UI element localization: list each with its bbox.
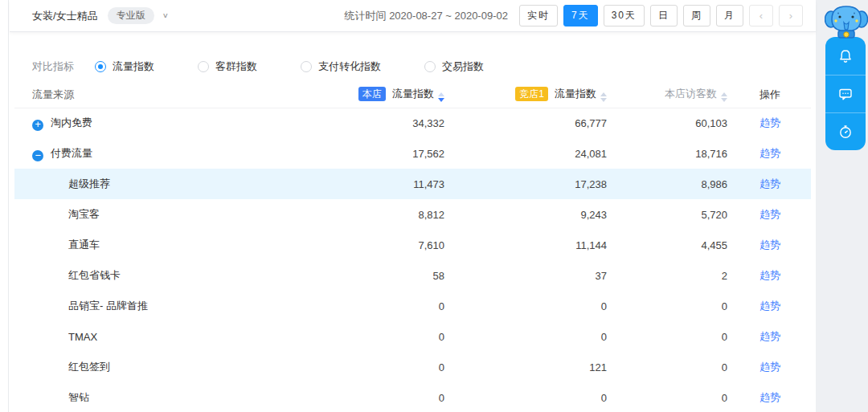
trend-link[interactable]: 趋势 bbox=[760, 269, 780, 281]
prev-period-button[interactable]: ‹ bbox=[749, 5, 773, 27]
message-icon bbox=[837, 86, 854, 102]
trend-link[interactable]: 趋势 bbox=[760, 208, 780, 220]
metric-radio-option[interactable]: 支付转化指数 bbox=[301, 59, 381, 74]
left-page-gutter bbox=[0, 0, 9, 412]
elephant-mascot[interactable] bbox=[825, 2, 868, 39]
time-range-button[interactable]: 实时 bbox=[519, 5, 558, 27]
metric-radio-option[interactable]: 交易指数 bbox=[424, 59, 484, 74]
trend-link[interactable]: 趋势 bbox=[760, 116, 780, 128]
column-header-visitors[interactable]: 本店访客数 bbox=[616, 87, 737, 108]
expand-icon[interactable]: + bbox=[32, 120, 43, 131]
visitors-value: 60,103 bbox=[616, 108, 737, 138]
visitors-label: 本店访客数 bbox=[665, 88, 717, 100]
notification-bell-button[interactable] bbox=[825, 37, 866, 75]
competitor-index-value: 9,243 bbox=[456, 199, 616, 230]
timer-icon bbox=[837, 124, 854, 140]
source-label: 红包签到 bbox=[68, 361, 110, 373]
topbar: 女装/女士精品 专业版 ∨ 统计时间 2020-08-27 ~ 2020-09-… bbox=[10, 0, 816, 32]
sort-icon-own[interactable] bbox=[438, 92, 444, 102]
visitors-value: 0 bbox=[616, 352, 737, 382]
message-button[interactable] bbox=[825, 75, 866, 112]
timer-button[interactable] bbox=[825, 112, 866, 150]
own-index-value: 34,332 bbox=[319, 108, 456, 138]
table-row: 超级推荐11,47317,2388,986趋势 bbox=[14, 169, 811, 199]
chevron-down-icon[interactable]: ∨ bbox=[162, 11, 169, 19]
metric-radio-option[interactable]: 流量指数 bbox=[95, 59, 154, 74]
time-range-button[interactable]: 月 bbox=[716, 5, 743, 27]
table-row: 红包省钱卡58372趋势 bbox=[14, 260, 811, 291]
version-badge: 专业版 bbox=[108, 7, 154, 24]
column-header-competitor-index[interactable]: 竞店1流量指数 bbox=[456, 87, 616, 108]
competitor-badge: 竞店1 bbox=[515, 87, 548, 101]
visitors-value: 8,986 bbox=[616, 169, 737, 199]
next-period-button[interactable]: › bbox=[779, 5, 803, 27]
visitors-value: 18,716 bbox=[616, 138, 737, 169]
radio-option-label: 支付转化指数 bbox=[318, 59, 381, 74]
main-card: 对比指标 流量指数客群指数支付转化指数交易指数 流量来源 本店流量指数 竞店1流… bbox=[10, 33, 816, 412]
collapse-icon[interactable]: − bbox=[32, 150, 43, 161]
competitor-index-value: 0 bbox=[456, 291, 616, 321]
traffic-source-table: 流量来源 本店流量指数 竞店1流量指数 本店访客数 操作 +淘内免费34,332… bbox=[14, 87, 811, 412]
radio-icon[interactable] bbox=[301, 61, 312, 72]
trend-link[interactable]: 趋势 bbox=[760, 300, 780, 312]
competitor-index-value: 0 bbox=[456, 321, 616, 352]
trend-link[interactable]: 趋势 bbox=[760, 147, 780, 159]
competitor-index-value: 0 bbox=[456, 382, 616, 412]
competitor-index-value: 24,081 bbox=[456, 138, 616, 169]
table-row: +淘内免费34,33266,77760,103趋势 bbox=[14, 108, 811, 138]
radio-icon[interactable] bbox=[95, 61, 106, 72]
column-header-action: 操作 bbox=[737, 87, 811, 108]
trend-link[interactable]: 趋势 bbox=[760, 177, 780, 190]
competitor-index-label: 流量指数 bbox=[555, 88, 596, 100]
time-range-button[interactable]: 7天 bbox=[563, 5, 598, 27]
bell-icon bbox=[837, 48, 854, 64]
table-header-row: 流量来源 本店流量指数 竞店1流量指数 本店访客数 操作 bbox=[14, 87, 811, 108]
table-row: 品销宝- 品牌首推000趋势 bbox=[14, 291, 811, 321]
visitors-value: 0 bbox=[616, 321, 737, 352]
table-row: 红包签到01210趋势 bbox=[14, 352, 811, 382]
competitor-index-value: 17,238 bbox=[456, 169, 616, 199]
radio-icon[interactable] bbox=[198, 61, 209, 72]
visitors-value: 0 bbox=[616, 291, 737, 321]
own-index-value: 17,562 bbox=[319, 138, 456, 169]
time-range-button-group: 实时7天30天日周月‹› bbox=[519, 5, 803, 27]
time-range-button[interactable]: 周 bbox=[683, 5, 710, 27]
source-label: 淘宝客 bbox=[68, 208, 100, 220]
visitors-value: 5,720 bbox=[616, 199, 737, 230]
own-index-label: 流量指数 bbox=[392, 88, 434, 100]
own-index-value: 0 bbox=[319, 321, 456, 352]
metric-radio-option[interactable]: 客群指数 bbox=[198, 59, 257, 74]
visitors-value: 0 bbox=[616, 382, 737, 412]
source-label: 智钻 bbox=[68, 391, 89, 403]
table-row: TMAX000趋势 bbox=[14, 321, 811, 352]
trend-link[interactable]: 趋势 bbox=[760, 391, 780, 403]
floating-widget-column bbox=[825, 37, 866, 150]
source-label: 付费流量 bbox=[51, 147, 92, 159]
source-label: 淘内免费 bbox=[51, 116, 92, 128]
shop-category-label: 女装/女士精品 bbox=[32, 9, 98, 23]
source-label: TMAX bbox=[68, 331, 97, 343]
column-header-source: 流量来源 bbox=[14, 87, 319, 108]
table-row: 直通车7,61011,1444,455趋势 bbox=[14, 230, 811, 260]
table-row: 智钻000趋势 bbox=[14, 382, 811, 412]
trend-link[interactable]: 趋势 bbox=[760, 330, 780, 342]
competitor-index-value: 37 bbox=[456, 260, 616, 291]
radio-option-label: 交易指数 bbox=[442, 59, 484, 74]
trend-link[interactable]: 趋势 bbox=[760, 239, 780, 251]
own-index-value: 0 bbox=[319, 382, 456, 412]
own-index-value: 58 bbox=[319, 260, 456, 291]
radio-option-label: 客群指数 bbox=[215, 59, 257, 74]
source-label: 超级推荐 bbox=[68, 177, 110, 190]
time-range-button[interactable]: 日 bbox=[650, 5, 678, 27]
sort-icon-competitor[interactable] bbox=[600, 92, 607, 102]
sort-icon-visitors[interactable] bbox=[721, 92, 727, 102]
trend-link[interactable]: 趋势 bbox=[760, 361, 780, 373]
radio-icon[interactable] bbox=[424, 61, 436, 72]
own-index-value: 0 bbox=[319, 291, 456, 321]
column-header-own-index[interactable]: 本店流量指数 bbox=[319, 87, 456, 108]
source-label: 直通车 bbox=[68, 239, 100, 251]
time-range-button[interactable]: 30天 bbox=[604, 5, 645, 27]
radio-option-label: 流量指数 bbox=[113, 59, 154, 74]
visitors-value: 2 bbox=[616, 260, 737, 291]
filter-group-label: 对比指标 bbox=[32, 59, 74, 74]
